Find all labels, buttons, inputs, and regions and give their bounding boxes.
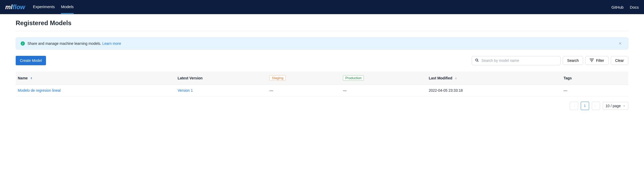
filter-button[interactable]: Filter — [585, 56, 608, 65]
svg-rect-3 — [590, 60, 593, 61]
models-table: Name ▲▼ Latest Version Staging Productio… — [16, 72, 628, 96]
mlflow-logo[interactable]: mlflow — [5, 3, 25, 11]
model-name-link[interactable]: Modelo de regresion lineal — [18, 88, 61, 93]
search-wrap[interactable] — [472, 56, 561, 65]
table-row: Modelo de regresion lineal Version 1 — —… — [16, 85, 628, 96]
search-input[interactable] — [481, 58, 557, 63]
info-icon: i — [21, 41, 25, 46]
divider — [16, 31, 628, 31]
tags-cell: — — [564, 88, 567, 93]
banner-text-wrap: Share and manage machine learning models… — [27, 41, 121, 46]
search-button[interactable]: Search — [563, 56, 583, 65]
staging-badge: Staging — [269, 75, 286, 81]
page-size-label: 10 / page — [606, 104, 621, 108]
last-modified-cell: 2022-04-05 23:33:18 — [429, 88, 463, 93]
info-left: i Share and manage machine learning mode… — [21, 41, 121, 46]
toolbar: Create Model Search Filter Clear — [16, 56, 628, 65]
production-badge: Production — [343, 75, 364, 81]
version-link[interactable]: Version 1 — [177, 88, 193, 93]
create-model-button[interactable]: Create Model — [16, 56, 46, 65]
toolbar-right: Search Filter Clear — [472, 56, 628, 65]
link-docs[interactable]: Docs — [630, 5, 639, 9]
close-icon[interactable]: ✕ — [617, 41, 623, 46]
clear-button[interactable]: Clear — [611, 56, 628, 65]
pagination: 〈 1 〉 10 / page ▼ — [16, 102, 628, 110]
staging-cell: — — [269, 88, 273, 93]
table-header-row: Name ▲▼ Latest Version Staging Productio… — [16, 72, 628, 85]
sort-icon: ▲▼ — [455, 77, 457, 80]
col-staging: Staging — [267, 72, 340, 85]
page-1-button[interactable]: 1 — [581, 102, 589, 110]
link-github[interactable]: GitHub — [611, 5, 624, 9]
header-left: mlflow Experiments Models — [5, 0, 74, 14]
main-container: Registered Models i Share and manage mac… — [0, 14, 644, 115]
chevron-left-icon: 〈 — [572, 104, 576, 108]
sort-icon: ▲▼ — [30, 77, 32, 80]
nav-experiments[interactable]: Experiments — [33, 0, 55, 14]
col-production: Production — [340, 72, 426, 85]
top-header: mlflow Experiments Models GitHub Docs — [0, 0, 644, 14]
col-last-modified-label: Last Modified — [429, 76, 452, 80]
filter-label: Filter — [596, 58, 604, 63]
banner-text: Share and manage machine learning models… — [27, 41, 102, 46]
main-nav: Experiments Models — [33, 0, 74, 14]
col-tags: Tags — [561, 72, 628, 85]
next-page-button[interactable]: 〉 — [592, 102, 600, 110]
logo-flow: flow — [13, 3, 25, 11]
production-cell: — — [343, 88, 347, 93]
search-icon — [475, 58, 479, 63]
col-latest: Latest Version — [175, 72, 267, 85]
chevron-right-icon: 〉 — [594, 104, 597, 108]
col-last-modified[interactable]: Last Modified ▲▼ — [426, 72, 561, 85]
svg-line-1 — [478, 61, 479, 62]
chevron-down-icon: ▼ — [623, 105, 625, 107]
nav-models[interactable]: Models — [61, 0, 73, 14]
svg-rect-4 — [591, 61, 592, 62]
svg-rect-2 — [590, 59, 594, 59]
logo-ml: ml — [5, 3, 13, 11]
banner-learn-more-link[interactable]: Learn more — [102, 41, 121, 46]
col-name[interactable]: Name ▲▼ — [16, 72, 175, 85]
page-title: Registered Models — [16, 19, 628, 27]
col-name-label: Name — [18, 76, 28, 80]
svg-point-0 — [476, 59, 478, 61]
info-banner: i Share and manage machine learning mode… — [16, 37, 628, 50]
prev-page-button[interactable]: 〈 — [570, 102, 578, 110]
filter-icon — [590, 58, 594, 63]
page-size-select[interactable]: 10 / page ▼ — [603, 102, 628, 110]
header-right: GitHub Docs — [611, 5, 639, 9]
